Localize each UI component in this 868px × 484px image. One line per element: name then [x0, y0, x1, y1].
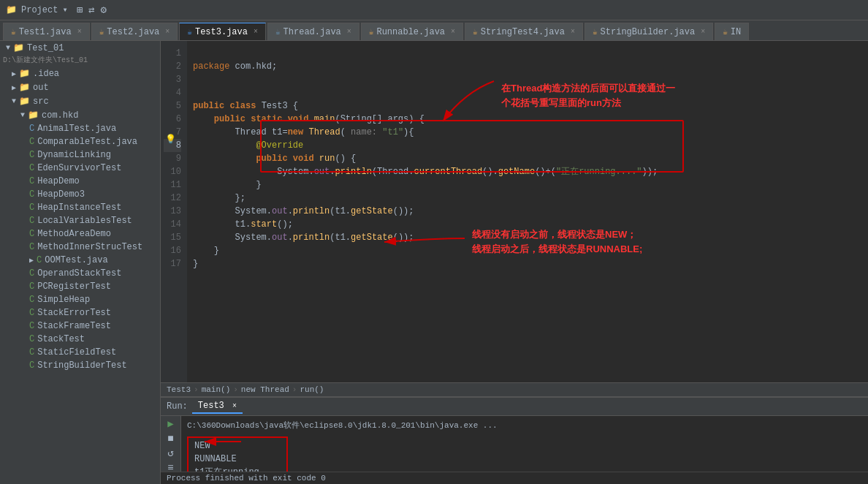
tab-stringtest4[interactable]: ☕ StringTest4.java ×: [465, 23, 583, 40]
tab-runnable[interactable]: ☕ Runnable.java ×: [361, 23, 463, 40]
sidebar-root[interactable]: ▼ 📁 Test_01: [0, 41, 160, 55]
run-filter-btn[interactable]: ≡: [167, 463, 173, 472]
line-num-13: 13: [164, 205, 181, 218]
code-line-1-keyword: package: [193, 61, 229, 72]
breadcrumb-main[interactable]: main(): [202, 385, 231, 394]
line-num-16: 16: [164, 244, 181, 257]
tab-test1[interactable]: ☕ Test1.java ×: [3, 23, 90, 40]
tab-runnable-close[interactable]: ×: [451, 28, 455, 36]
code-line-8-kw: public void: [256, 154, 319, 164]
sidebar-pcregister-label: PCRegisterTest: [37, 281, 111, 292]
sidebar-root-path: D:\新建文件夹\Test_01: [0, 55, 160, 67]
tab-stringbuilder[interactable]: ☕ StringBuilder.java ×: [585, 23, 713, 40]
sidebar-item-out[interactable]: ▶ 📁 out: [0, 80, 160, 94]
tab-thread[interactable]: ☕ Thread.java ×: [267, 23, 359, 40]
settings-icon[interactable]: ⚙: [101, 4, 107, 16]
code-line-13-start: start: [251, 219, 277, 230]
sidebar-stringbuildertest-label: StringBuilderTest: [37, 360, 126, 371]
comparabletest-java-icon: C: [29, 137, 34, 147]
run-footer: Process finished with exit code 0: [161, 472, 868, 484]
sidebar-idea-label: .idea: [33, 69, 59, 79]
tab-stringbuilder-label: StringBuilder.java: [601, 27, 696, 37]
run-rerun-btn[interactable]: ↺: [167, 448, 173, 458]
sidebar-item-localvariables[interactable]: C LocalVariablesTest: [0, 214, 160, 227]
sidebar-item-heapinstance[interactable]: C HeapInstanceTest: [0, 201, 160, 214]
editor-run-area: 1 2 3 4 5 6 7 8 9 10 11 12 13 14 15 16 1: [161, 41, 868, 484]
sidebar-simpleheap-label: SimpleHeap: [37, 295, 90, 305]
tab-bar: ☕ Test1.java × ☕ Test2.java × ☕ Test3.ja…: [0, 20, 868, 41]
tab-test2-close[interactable]: ×: [165, 28, 170, 36]
sidebar-item-stringbuildertest[interactable]: C StringBuilderTest: [0, 359, 160, 372]
code-line-9-str: "正在running....": [556, 167, 642, 177]
code-line-6-new: new: [288, 127, 309, 137]
code-line-6-name-hint: name:: [351, 127, 382, 137]
project-dropdown-icon[interactable]: ▾: [62, 4, 67, 15]
run-header: Run: Test3 ×: [161, 398, 868, 416]
code-line-12-out: out: [272, 206, 288, 216]
sidebar-item-comparabletest[interactable]: C ComparableTest.java: [0, 135, 160, 148]
tab-sb-icon: ☕: [593, 27, 598, 37]
sidebar-item-idea[interactable]: ▶ 📁 .idea: [0, 67, 160, 80]
breadcrumb-sep2: ›: [233, 385, 238, 394]
title-bar-icons: ⊞ ⇄ ⚙: [77, 4, 107, 16]
sidebar-item-methodinner[interactable]: C MethodInnerStrucTest: [0, 241, 160, 254]
breadcrumb-newthread[interactable]: new Thread: [241, 385, 289, 394]
tab-sb-close[interactable]: ×: [701, 28, 705, 36]
stackframe-java-icon: C: [29, 321, 34, 331]
tab-test1-close[interactable]: ×: [77, 28, 82, 36]
sidebar-item-comhkd[interactable]: ▼ 📁 com.hkd: [0, 108, 160, 122]
breadcrumb-test3[interactable]: Test3: [167, 385, 191, 394]
sidebar-item-staticfield[interactable]: C StaticFieldTest: [0, 346, 160, 359]
code-content[interactable]: package com.hkd; public class Test3 { pu…: [187, 41, 868, 382]
breadcrumb-run[interactable]: run(): [300, 385, 324, 394]
sidebar-item-animaltest[interactable]: C AnimalTest.java: [0, 122, 160, 135]
tab-test3[interactable]: ☕ Test3.java ×: [179, 23, 266, 40]
sidebar-item-methodarea[interactable]: C MethodAreaDemo: [0, 227, 160, 241]
code-line-14-getstate: getState: [351, 232, 393, 243]
sidebar-item-stackframe[interactable]: C StackFrameTest: [0, 319, 160, 333]
sidebar-heapdemo-label: HeapDemo: [37, 176, 80, 186]
heapdemo3-java-icon: C: [29, 189, 34, 200]
run-stop-btn[interactable]: ■: [167, 434, 173, 444]
sidebar-item-simpleheap[interactable]: C SimpleHeap: [0, 293, 160, 306]
tab-st4-close[interactable]: ×: [571, 28, 575, 36]
run-tab-close[interactable]: ×: [232, 402, 237, 410]
sidebar-animaltest-label: AnimalTest.java: [37, 124, 116, 134]
layout-icon[interactable]: ⊞: [77, 4, 83, 16]
sidebar-item-oomtest[interactable]: ▶ C OOMTest.java: [0, 254, 160, 267]
methodarea-java-icon: C: [29, 229, 34, 239]
tab-java-icon: ☕: [99, 27, 104, 37]
sidebar-operandstack-label: OperandStackTest: [37, 268, 121, 279]
code-line-1-text: com.hkd;: [229, 61, 277, 72]
run-tab-test3[interactable]: Test3 ×: [192, 399, 243, 414]
src-expand-icon: ▼: [12, 97, 16, 105]
code-line-6-brace: ){: [403, 127, 414, 137]
sidebar-item-operandstack[interactable]: C OperandStackTest: [0, 267, 160, 280]
sidebar-dynamiclinking-label: DynamicLinking: [37, 150, 111, 160]
sidebar-item-stacktest[interactable]: C StackTest: [0, 333, 160, 346]
tab-test3-close[interactable]: ×: [254, 28, 258, 36]
sidebar-item-edensurvivor[interactable]: C EdenSurvivorTest: [0, 162, 160, 175]
code-editor[interactable]: 1 2 3 4 5 6 7 8 9 10 11 12 13 14 15 16 1: [161, 41, 868, 382]
sidebar-src-label: src: [33, 97, 49, 107]
sidebar-item-src[interactable]: ▼ 📁 src: [0, 94, 160, 108]
tab-int[interactable]: ☕ IN: [715, 23, 749, 40]
code-line-6-paren: (: [340, 127, 351, 137]
tab-test2[interactable]: ☕ Test2.java ×: [91, 23, 178, 40]
output-line-running: t1正在running....: [194, 466, 281, 472]
code-line-14-args: (t1.: [330, 232, 351, 243]
project-label[interactable]: Project: [21, 5, 58, 15]
code-line-14-indent: System.: [193, 232, 272, 243]
line-num-17: 17: [164, 257, 181, 271]
sidebar-item-stackerror[interactable]: C StackErrorTest: [0, 306, 160, 319]
sidebar-item-pcregister[interactable]: C PCRegisterTest: [0, 280, 160, 293]
sidebar-item-dynamiclinking[interactable]: C DynamicLinking: [0, 148, 160, 162]
sync-icon[interactable]: ⇄: [88, 4, 94, 16]
sidebar-stackerror-label: StackErrorTest: [37, 308, 111, 318]
code-line-9-args: (Thread.: [372, 167, 414, 177]
methodinner-java-icon: C: [29, 242, 34, 252]
tab-thread-close[interactable]: ×: [347, 28, 351, 36]
sidebar-item-heapdemo[interactable]: C HeapDemo: [0, 175, 160, 188]
run-play-btn[interactable]: ▶: [167, 419, 173, 429]
sidebar-item-heapdemo3[interactable]: C HeapDemo3: [0, 188, 160, 201]
